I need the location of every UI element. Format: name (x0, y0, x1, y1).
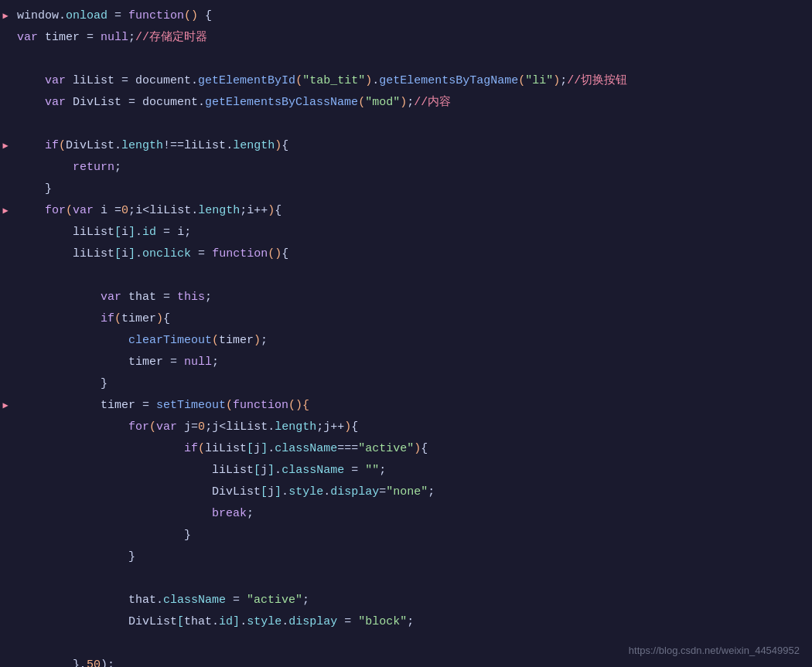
code-line-22: liList[j].className = ""; (0, 461, 812, 482)
line-content-25: } (11, 526, 191, 546)
line-content-31: },50); (11, 655, 114, 667)
gutter-7: ▶ (0, 139, 11, 154)
arrow-1: ▶ (2, 9, 8, 24)
code-line-27 (0, 569, 812, 590)
code-line-21: if(liList[j].className==="active"){ (0, 439, 812, 461)
code-line-18: } (0, 374, 812, 396)
code-editor: ▶ window.onload = function() { var timer… (0, 0, 812, 667)
code-line-12: liList[i].onclick = function(){ (0, 244, 812, 266)
code-line-2: var timer = null;//存储定时器 (0, 28, 812, 49)
code-line-11: liList[i].id = i; (0, 223, 812, 244)
line-content-11: liList[i].id = i; (11, 223, 191, 243)
code-line-20: for(var j=0;j<liList.length;j++){ (0, 417, 812, 439)
code-line-7: ▶ if(DivList.length!==liList.length){ (0, 136, 812, 158)
gutter-19: ▶ (0, 399, 11, 413)
arrow-19: ▶ (2, 399, 8, 413)
line-content-24: break; (11, 504, 254, 524)
code-line-26: } (0, 547, 812, 569)
code-line-28: that.className = "active"; (0, 590, 812, 612)
line-content-26: } (11, 547, 135, 567)
line-content-15: if(timer){ (11, 309, 170, 329)
line-content-19: timer = setTimeout(function(){ (11, 396, 309, 416)
gutter-1: ▶ (0, 9, 11, 24)
code-line-5: var DivList = document.getElementsByClas… (0, 93, 812, 114)
code-line-24: break; (0, 504, 812, 526)
line-content-27 (11, 569, 24, 589)
line-content-29: DivList[that.id].style.display = "block"… (11, 612, 414, 632)
line-content-18: } (11, 374, 107, 394)
arrow-10: ▶ (2, 204, 8, 219)
code-line-8: return; (0, 158, 812, 179)
line-content-8: return; (11, 158, 121, 178)
code-line-23: DivList[j].style.display="none"; (0, 482, 812, 504)
line-content-13 (11, 266, 24, 286)
line-content-28: that.className = "active"; (11, 590, 309, 611)
arrow-7: ▶ (2, 139, 8, 154)
line-content-4: var liList = document.getElementById("ta… (11, 71, 627, 91)
line-content-5: var DivList = document.getElementsByClas… (11, 93, 451, 113)
url-bar: https://blog.csdn.net/weixin_44549952 (629, 643, 800, 659)
line-content-6 (11, 114, 24, 134)
code-line-14: var that = this; (0, 288, 812, 309)
code-line-10: ▶ for(var i =0;i<liList.length;i++){ (0, 201, 812, 223)
line-content-21: if(liList[j].className==="active"){ (11, 439, 428, 459)
line-content-2: var timer = null;//存储定时器 (11, 28, 207, 48)
line-content-17: timer = null; (11, 352, 219, 373)
code-line-4: var liList = document.getElementById("ta… (0, 71, 812, 93)
line-content-22: liList[j].className = ""; (11, 461, 386, 481)
line-content-1: window.onload = function() { (11, 6, 212, 26)
code-line-3 (0, 49, 812, 71)
line-content-9: } (11, 179, 52, 199)
line-content-30 (11, 634, 24, 654)
url-text: https://blog.csdn.net/weixin_44549952 (629, 645, 800, 656)
line-content-7: if(DivList.length!==liList.length){ (11, 136, 288, 156)
code-line-29: DivList[that.id].style.display = "block"… (0, 612, 812, 634)
line-content-23: DivList[j].style.display="none"; (11, 482, 435, 502)
line-content-16: clearTimeout(timer); (11, 331, 268, 351)
code-line-17: timer = null; (0, 352, 812, 374)
code-line-1: ▶ window.onload = function() { (0, 6, 812, 28)
line-content-12: liList[i].onclick = function(){ (11, 244, 288, 264)
line-content-20: for(var j=0;j<liList.length;j++){ (11, 417, 358, 437)
line-content-3 (11, 49, 24, 70)
line-content-14: var that = this; (11, 288, 212, 308)
code-line-15: if(timer){ (0, 309, 812, 331)
code-line-25: } (0, 526, 812, 547)
code-line-6 (0, 114, 812, 136)
line-content-10: for(var i =0;i<liList.length;i++){ (11, 201, 281, 221)
gutter-10: ▶ (0, 204, 11, 219)
code-line-16: clearTimeout(timer); (0, 331, 812, 352)
code-line-13 (0, 266, 812, 288)
code-line-19: ▶ timer = setTimeout(function(){ (0, 396, 812, 417)
code-line-9: } (0, 179, 812, 201)
